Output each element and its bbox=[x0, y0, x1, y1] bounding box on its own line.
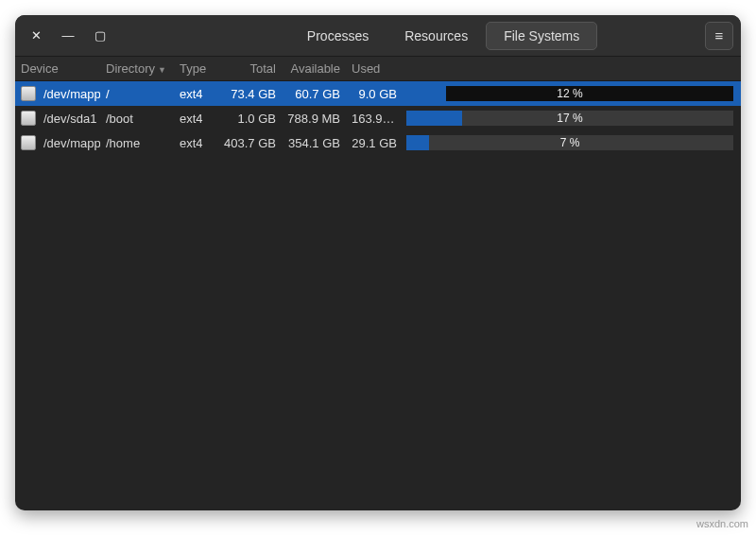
cell-available: 354.1 GB bbox=[282, 136, 346, 150]
filesystem-rows: /dev/mapp/ext473.4 GB60.7 GB9.0 GB12 %/d… bbox=[15, 81, 741, 510]
usage-bar: 17 % bbox=[406, 111, 733, 126]
cell-type: ext4 bbox=[174, 136, 217, 150]
view-tabs: ProcessesResourcesFile Systems bbox=[289, 22, 597, 50]
cell-device: /dev/mapp bbox=[43, 136, 100, 150]
cell-available: 788.9 MB bbox=[282, 112, 346, 126]
tab-processes[interactable]: Processes bbox=[289, 22, 387, 50]
header-used[interactable]: Used bbox=[346, 61, 403, 76]
disk-icon bbox=[21, 86, 36, 101]
cell-directory: / bbox=[100, 87, 174, 101]
table-row[interactable]: /dev/mapp/homeext4403.7 GB354.1 GB29.1 G… bbox=[15, 130, 741, 155]
usage-bar-label: 12 % bbox=[557, 87, 582, 100]
cell-total: 1.0 GB bbox=[217, 112, 282, 126]
cell-used: 163.9 MB bbox=[346, 112, 403, 126]
usage-bar-fill bbox=[406, 86, 446, 101]
cell-device: /dev/mapp bbox=[43, 87, 100, 101]
header-type[interactable]: Type bbox=[174, 61, 217, 76]
tab-file-systems[interactable]: File Systems bbox=[486, 22, 597, 50]
cell-type: ext4 bbox=[174, 87, 217, 101]
tab-resources[interactable]: Resources bbox=[387, 22, 486, 50]
cell-directory: /home bbox=[100, 136, 174, 150]
minimize-button[interactable]: — bbox=[55, 23, 81, 49]
close-button[interactable]: ✕ bbox=[23, 23, 49, 49]
usage-bar-fill bbox=[406, 111, 462, 126]
usage-bar-fill bbox=[406, 135, 429, 150]
maximize-button[interactable]: ▢ bbox=[87, 23, 113, 49]
cell-device: /dev/sda1 bbox=[43, 112, 96, 126]
usage-bar: 12 % bbox=[406, 86, 733, 101]
cell-total: 73.4 GB bbox=[217, 87, 282, 101]
hamburger-menu-button[interactable]: ≡ bbox=[705, 22, 733, 50]
disk-icon bbox=[21, 111, 36, 126]
header-directory-label: Directory bbox=[106, 61, 155, 76]
cell-directory: /boot bbox=[100, 112, 174, 126]
usage-bar-label: 17 % bbox=[557, 112, 582, 125]
cell-available: 60.7 GB bbox=[282, 87, 346, 101]
titlebar: ✕ — ▢ ProcessesResourcesFile Systems ≡ bbox=[15, 15, 741, 57]
usage-bar: 7 % bbox=[406, 135, 733, 150]
sort-indicator-icon: ▼ bbox=[158, 65, 166, 75]
cell-used: 29.1 GB bbox=[346, 136, 403, 150]
watermark: wsxdn.com bbox=[696, 518, 748, 529]
cell-used: 9.0 GB bbox=[346, 87, 403, 101]
disk-icon bbox=[21, 135, 36, 150]
header-available[interactable]: Available bbox=[282, 61, 346, 76]
table-row[interactable]: /dev/sda1/bootext41.0 GB788.9 MB163.9 MB… bbox=[15, 106, 741, 130]
column-headers: Device Directory▼ Type Total Available U… bbox=[15, 57, 741, 81]
cell-total: 403.7 GB bbox=[217, 136, 282, 150]
header-device[interactable]: Device bbox=[15, 61, 100, 76]
table-row[interactable]: /dev/mapp/ext473.4 GB60.7 GB9.0 GB12 % bbox=[15, 81, 741, 106]
header-directory[interactable]: Directory▼ bbox=[100, 61, 174, 76]
cell-type: ext4 bbox=[174, 112, 217, 126]
usage-bar-label: 7 % bbox=[560, 136, 580, 149]
system-monitor-window: ✕ — ▢ ProcessesResourcesFile Systems ≡ D… bbox=[15, 15, 741, 510]
header-total[interactable]: Total bbox=[217, 61, 282, 76]
